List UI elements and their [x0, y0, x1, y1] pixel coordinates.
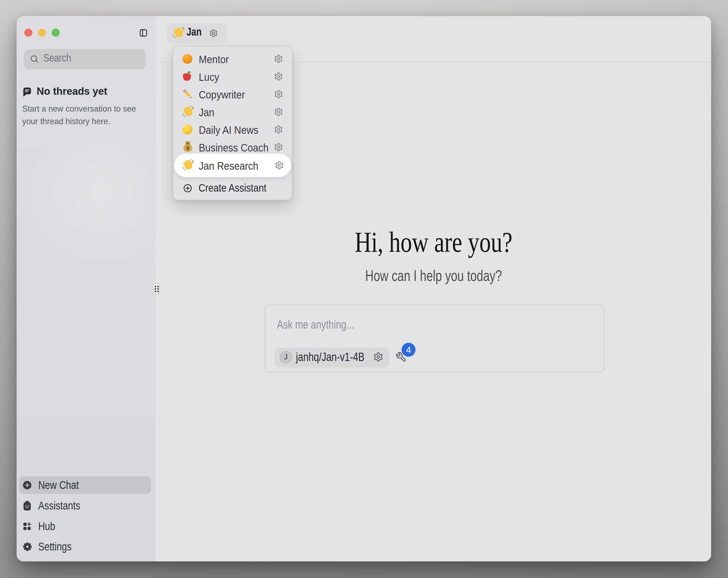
svg-text:$: $ [186, 145, 189, 151]
